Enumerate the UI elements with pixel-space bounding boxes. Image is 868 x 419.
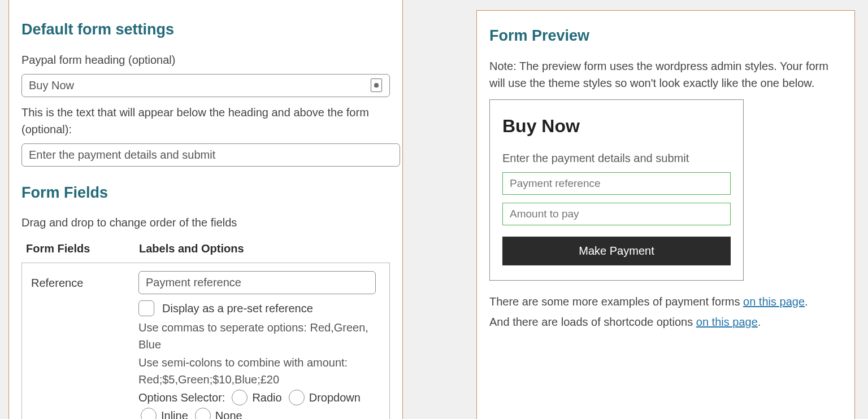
preset-reference-label: Display as a pre-set reference xyxy=(162,300,313,317)
footer-shortcode-line: And there are loads of shortcode options… xyxy=(489,313,842,330)
fields-table-header-1: Form Fields xyxy=(26,240,139,257)
footer-shortcode-post: . xyxy=(758,316,761,328)
heading-field-label: Paypal form heading (optional) xyxy=(21,51,390,68)
footer-shortcode-text: And there are loads of shortcode options xyxy=(489,316,696,328)
option-radio-radio[interactable] xyxy=(232,390,248,405)
preview-box: Buy Now Enter the payment details and su… xyxy=(489,99,744,281)
description-input[interactable] xyxy=(21,143,400,167)
field-label-input[interactable] xyxy=(138,271,376,294)
make-payment-button[interactable]: Make Payment xyxy=(502,237,731,265)
footer-examples-text: There are some more examples of payment … xyxy=(489,295,743,308)
options-selector-label: Options Selector: xyxy=(138,389,225,406)
shortcode-link[interactable]: on this page xyxy=(696,316,758,328)
option-inline-radio[interactable] xyxy=(141,408,157,419)
preview-subtitle: Enter the payment details and submit xyxy=(502,150,731,167)
section-form-preview: Form Preview xyxy=(489,24,842,47)
option-dropdown-label: Dropdown xyxy=(309,389,361,406)
options-hint-commas: Use commas to seperate options: Red,Gree… xyxy=(138,319,376,353)
table-row[interactable]: Reference Display as a pre-set reference… xyxy=(21,263,390,419)
fields-table: Form Fields Labels and Options Reference… xyxy=(21,237,390,419)
option-radio-label: Radio xyxy=(252,389,281,406)
option-none-label: None xyxy=(215,407,242,419)
field-name: Reference xyxy=(31,271,138,419)
preview-amount-input[interactable] xyxy=(502,203,731,225)
preview-note: Note: The preview form uses the wordpres… xyxy=(489,58,842,91)
section-form-fields: Form Fields xyxy=(21,181,390,204)
options-hint-semicolons: Use semi-colons to combine with amount: … xyxy=(138,354,376,388)
autofill-icon xyxy=(371,78,382,92)
examples-link[interactable]: on this page xyxy=(743,295,805,308)
option-none-radio[interactable] xyxy=(195,408,211,419)
preview-title: Buy Now xyxy=(502,112,731,139)
fields-table-header-2: Labels and Options xyxy=(139,240,390,257)
description-field-label: This is the text that will appear below … xyxy=(21,104,390,138)
heading-input[interactable] xyxy=(21,74,390,97)
settings-panel: Default form settings Paypal form headin… xyxy=(8,0,403,419)
footer-examples-post: . xyxy=(805,295,808,308)
drag-hint: Drag and drop to change order of the fie… xyxy=(21,214,390,231)
footer-examples-line: There are some more examples of payment … xyxy=(489,293,842,310)
option-inline-label: Inline xyxy=(161,407,188,419)
section-default-settings: Default form settings xyxy=(21,18,390,41)
option-dropdown-radio[interactable] xyxy=(289,390,305,405)
preview-reference-input[interactable] xyxy=(502,172,731,195)
preset-reference-checkbox[interactable] xyxy=(138,300,154,316)
preview-panel: Form Preview Note: The preview form uses… xyxy=(476,10,855,419)
